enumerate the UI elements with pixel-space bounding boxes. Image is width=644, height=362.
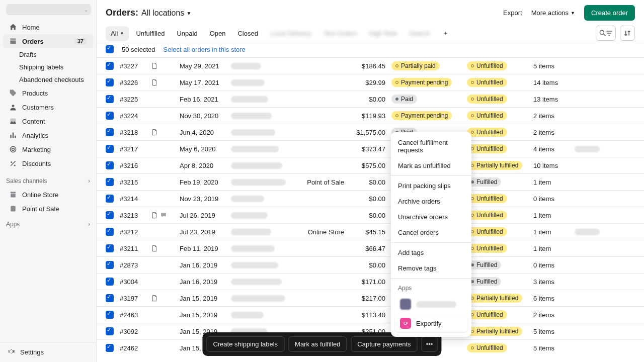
row-checkbox[interactable]	[106, 311, 114, 319]
row-checkbox[interactable]	[106, 178, 114, 186]
create-order-button[interactable]: Create order	[584, 5, 635, 21]
select-all-checkbox[interactable]	[106, 45, 114, 53]
order-row[interactable]: #3197 Jan 15, 2019 $217.00 Partially ful…	[97, 290, 644, 306]
nav-analytics[interactable]: Analytics	[3, 128, 93, 142]
action-cancel-fulfillment[interactable]: Cancel fulfillment requests	[391, 135, 471, 158]
row-checkbox[interactable]	[106, 327, 114, 335]
row-checkbox[interactable]	[106, 261, 114, 269]
order-row[interactable]: #3211 Feb 11, 2019 $66.47 Unfulfilled 1 …	[97, 240, 644, 256]
order-total: $575.00	[350, 162, 385, 169]
tab-unpaid[interactable]: Unpaid	[172, 26, 202, 41]
order-row[interactable]: #3218 Jun 4, 2020 $1,575.00 Paid Unfulfi…	[97, 124, 644, 140]
tab-custom[interactable]: Search	[404, 26, 435, 41]
nav-content[interactable]: Content	[3, 114, 93, 128]
tab-custom[interactable]: High Risk	[364, 26, 403, 41]
row-checkbox[interactable]	[106, 95, 114, 103]
order-row[interactable]: #3214 Nov 23, 2019 $0.00 Unfulfilled 0 i…	[97, 190, 644, 207]
tab-closed[interactable]: Closed	[232, 26, 263, 41]
action-add-tags[interactable]: Add tags	[391, 245, 471, 260]
order-row[interactable]: #3216 Apr 8, 2020 $575.00 Partially fulf…	[97, 157, 644, 173]
order-row[interactable]: #3226 May 17, 2021 $29.99 Payment pendin…	[97, 74, 644, 90]
order-row[interactable]: #3225 Feb 16, 2021 $0.00 Paid Unfulfille…	[97, 90, 644, 107]
order-row[interactable]: #2463 Jan 15, 2019 $113.40 Unfulfilled 2…	[97, 306, 644, 323]
action-unarchive[interactable]: Unarchive orders	[391, 209, 471, 225]
order-number: #2463	[120, 311, 145, 319]
item-count: 4 items	[533, 145, 569, 153]
channel-online-store[interactable]: Online Store	[3, 188, 93, 202]
order-number: #3225	[120, 96, 145, 103]
tab-all[interactable]: All▼	[106, 26, 129, 41]
store-switcher[interactable]: ⌄	[6, 4, 91, 15]
nav-abandoned-checkouts[interactable]: Abandoned checkouts	[0, 73, 96, 86]
tab-custom[interactable]: Local Delivery	[265, 26, 316, 41]
add-tab-button[interactable]: ＋	[437, 26, 454, 41]
create-shipping-labels-button[interactable]: Create shipping labels	[206, 336, 284, 352]
select-all-link[interactable]: Select all orders in this store	[164, 46, 246, 53]
more-actions-button[interactable]: More actions ▼	[531, 9, 575, 17]
nav-home[interactable]: Home	[3, 20, 93, 34]
fulfillment-status: Unfulfilled	[467, 211, 527, 220]
payment-badge: Payment pending	[391, 78, 452, 87]
fulfillment-badge: Fulfilled	[467, 277, 501, 286]
row-checkbox[interactable]	[106, 244, 114, 252]
order-notes	[151, 295, 174, 302]
order-row[interactable]: #3212 Jul 23, 2019 Online Store $45.15 U…	[97, 223, 644, 240]
action-print-packing[interactable]: Print packing slips	[391, 178, 471, 194]
row-checkbox[interactable]	[106, 62, 114, 70]
order-number: #3092	[120, 328, 145, 335]
item-count: 2 items	[533, 129, 569, 136]
nav-marketing[interactable]: Marketing	[3, 142, 93, 156]
row-checkbox[interactable]	[106, 161, 114, 169]
order-notes	[151, 62, 174, 69]
sort-icon	[623, 29, 631, 37]
export-button[interactable]: Export	[503, 9, 522, 17]
search-filter-button[interactable]	[596, 26, 616, 41]
row-checkbox[interactable]	[106, 112, 114, 120]
nav-discounts[interactable]: Discounts	[3, 156, 93, 170]
apps-header[interactable]: Apps ›	[0, 216, 96, 231]
action-remove-tags[interactable]: Remove tags	[391, 260, 471, 276]
order-row[interactable]: #2873 Jan 16, 2019 $0.00 Fulfilled 0 ite…	[97, 256, 644, 273]
fulfillment-badge: Unfulfilled	[467, 144, 507, 153]
order-row[interactable]: #3004 Jan 16, 2019 $171.00 Fulfilled 3 i…	[97, 273, 644, 290]
row-checkbox[interactable]	[106, 278, 114, 286]
app-item[interactable]	[395, 296, 467, 313]
order-row[interactable]: #3213 Jul 26, 2019 $0.00 Unfulfilled 1 i…	[97, 207, 644, 223]
nav-settings[interactable]: Settings	[0, 342, 96, 362]
row-checkbox[interactable]	[106, 195, 114, 203]
location-selector[interactable]: All locations ▼	[141, 9, 191, 18]
row-checkbox[interactable]	[106, 145, 114, 153]
action-mark-unfulfilled[interactable]: Mark as unfulfilled	[391, 158, 471, 173]
nav-drafts[interactable]: Drafts	[0, 48, 96, 61]
order-row[interactable]: #3227 May 29, 2021 $186.45 Partially pai…	[97, 57, 644, 74]
row-checkbox[interactable]	[106, 294, 114, 302]
tab-open[interactable]: Open	[205, 26, 231, 41]
order-row[interactable]: #3217 May 6, 2020 $373.47 Unfulfilled 4 …	[97, 140, 644, 157]
row-checkbox[interactable]	[106, 228, 114, 236]
nav-customers[interactable]: Customers	[3, 100, 93, 114]
tab-unfulfilled[interactable]: Unfulfilled	[131, 26, 170, 41]
row-checkbox[interactable]	[106, 211, 114, 219]
mark-fulfilled-button[interactable]: Mark as fulfilled	[288, 336, 347, 352]
sort-button[interactable]	[620, 26, 635, 41]
fulfillment-status: Unfulfilled	[467, 343, 527, 352]
order-row[interactable]: #3224 Nov 30, 2020 $119.93 Payment pendi…	[97, 107, 644, 124]
order-row[interactable]: #3215 Feb 19, 2020 Point of Sale $0.00 F…	[97, 173, 644, 190]
selection-bar: 50 selected Select all orders in this st…	[97, 41, 644, 57]
sales-channels-header[interactable]: Sales channels ›	[0, 172, 96, 188]
channel-pos[interactable]: Point of Sale	[3, 202, 93, 216]
capture-payments-button[interactable]: Capture payments	[351, 336, 417, 352]
row-checkbox[interactable]	[106, 128, 114, 136]
nav-products[interactable]: Products	[3, 86, 93, 100]
nav-shipping-labels[interactable]: Shipping labels	[0, 61, 96, 73]
app-exportify[interactable]: ⟳ Exportify	[395, 315, 467, 332]
order-date: May 29, 2021	[180, 62, 225, 70]
row-checkbox[interactable]	[106, 78, 114, 86]
nav-orders[interactable]: Orders 37	[3, 34, 93, 48]
action-archive[interactable]: Archive orders	[391, 194, 471, 209]
order-date: Jan 15, 2019	[180, 295, 225, 302]
tab-custom[interactable]: Test Orders	[318, 26, 362, 41]
more-bulk-actions-button[interactable]: •••	[422, 336, 438, 352]
row-checkbox[interactable]	[106, 344, 114, 352]
action-cancel-orders[interactable]: Cancel orders	[391, 225, 471, 240]
